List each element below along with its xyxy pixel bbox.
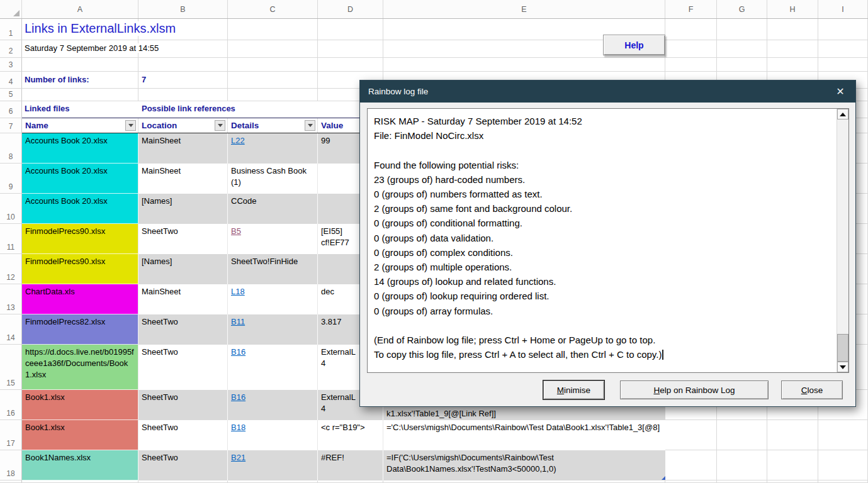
cell[interactable] xyxy=(818,450,868,480)
scroll-up-icon[interactable] xyxy=(837,109,848,119)
select-all-corner[interactable] xyxy=(0,0,22,18)
filter-dropdown-icon[interactable] xyxy=(125,120,136,131)
cell[interactable] xyxy=(228,58,318,72)
cell[interactable] xyxy=(138,89,228,101)
cell[interactable] xyxy=(665,58,717,72)
scroll-down-icon[interactable] xyxy=(837,362,848,372)
details-cell[interactable]: Business Cash Book (1) xyxy=(228,164,318,194)
details-cell[interactable]: B21 xyxy=(228,450,318,480)
location-cell[interactable]: SheetTwo xyxy=(138,450,228,480)
name-cell[interactable]: ChartData.xls xyxy=(22,284,138,314)
row-header[interactable]: 3 xyxy=(0,58,22,72)
cell-hyperlink[interactable]: B21 xyxy=(231,453,245,462)
row-header[interactable]: 4 xyxy=(0,72,22,89)
log-textarea[interactable]: RISK MAP - Saturday 7 September 2019 at … xyxy=(367,108,849,373)
table-header-name[interactable]: Name xyxy=(22,118,138,133)
cell[interactable] xyxy=(228,89,318,101)
minimise-button[interactable]: Minimise xyxy=(543,380,604,399)
help-button[interactable]: Help xyxy=(603,35,665,55)
help-on-rainbow-log-button[interactable]: Help on Rainbow Log xyxy=(620,380,769,399)
location-cell[interactable]: SheetTwo xyxy=(138,314,228,345)
cell[interactable] xyxy=(767,420,818,450)
cell-hyperlink[interactable]: L22 xyxy=(231,136,245,145)
cell-hyperlink[interactable]: B18 xyxy=(231,423,245,432)
dialog-titlebar[interactable]: Rainbow log file ✕ xyxy=(360,80,855,103)
cell[interactable] xyxy=(717,480,767,483)
cell[interactable] xyxy=(138,58,228,72)
cell[interactable] xyxy=(22,58,138,72)
cell[interactable] xyxy=(22,480,138,483)
cell[interactable] xyxy=(383,58,665,72)
cell[interactable] xyxy=(818,480,868,483)
details-cell[interactable]: L18 xyxy=(228,284,318,314)
cell[interactable] xyxy=(138,480,228,483)
filter-dropdown-icon[interactable] xyxy=(305,120,315,131)
row-header[interactable]: 18 xyxy=(0,450,22,480)
cell[interactable] xyxy=(318,58,383,72)
row-header[interactable]: 6 xyxy=(0,101,22,118)
filter-dropdown-icon[interactable] xyxy=(215,120,225,131)
close-button[interactable]: Close xyxy=(781,380,843,399)
details-cell[interactable]: B5 xyxy=(228,224,318,254)
name-cell[interactable]: FinmodelPrecs90.xlsx xyxy=(22,254,138,284)
row-header[interactable]: 7 xyxy=(0,118,22,133)
cell[interactable] xyxy=(228,72,318,89)
table-header-location[interactable]: Location xyxy=(138,118,228,133)
name-cell[interactable]: Accounts Book 20.xlsx xyxy=(22,133,138,164)
name-cell[interactable]: Book1.xlsx xyxy=(22,390,138,420)
row-header[interactable]: 16 xyxy=(0,390,22,420)
table-header-details[interactable]: Details xyxy=(228,118,318,133)
cell[interactable] xyxy=(22,89,138,101)
row-header[interactable]: 12 xyxy=(0,254,22,284)
cell[interactable] xyxy=(767,58,818,72)
cell[interactable] xyxy=(228,40,318,58)
cell-hyperlink[interactable]: B16 xyxy=(231,392,245,402)
cell[interactable] xyxy=(318,19,383,40)
details-cell[interactable]: B18 xyxy=(228,420,318,450)
cell[interactable] xyxy=(318,480,383,483)
row-header[interactable]: 9 xyxy=(0,164,22,194)
row-header[interactable]: 10 xyxy=(0,194,22,224)
row-header[interactable]: 5 xyxy=(0,89,22,101)
scroll-track[interactable] xyxy=(837,119,848,334)
column-header[interactable]: B xyxy=(138,0,228,18)
formula-cell[interactable]: ='C:\Users\migsh\Documents\Rainbow\Test … xyxy=(383,420,665,450)
column-header[interactable]: E xyxy=(383,0,665,18)
cell[interactable] xyxy=(717,19,767,40)
details-cell[interactable]: B16 xyxy=(228,345,318,390)
cell[interactable] xyxy=(665,420,717,450)
location-cell[interactable]: [Names] xyxy=(138,254,228,284)
name-cell[interactable]: Book1.xlsx xyxy=(22,420,138,450)
row-header[interactable]: 14 xyxy=(0,314,22,345)
row-header[interactable]: 8 xyxy=(0,133,22,164)
cell[interactable] xyxy=(228,480,318,483)
name-cell[interactable]: Accounts Book 20.xlsx xyxy=(22,194,138,224)
location-cell[interactable]: MainSheet xyxy=(138,133,228,164)
cell[interactable] xyxy=(228,19,318,40)
cell-hyperlink[interactable]: B16 xyxy=(231,347,245,357)
location-cell[interactable]: [Names] xyxy=(138,194,228,224)
cell[interactable] xyxy=(138,72,228,89)
cell[interactable] xyxy=(383,480,665,483)
row-header[interactable]: 15 xyxy=(0,345,22,390)
location-cell[interactable]: SheetTwo xyxy=(138,224,228,254)
name-cell[interactable]: FinmodelPrecs82.xlsx xyxy=(22,314,138,345)
location-cell[interactable]: MainSheet xyxy=(138,284,228,314)
location-cell[interactable]: MainSheet xyxy=(138,164,228,194)
cell[interactable] xyxy=(767,19,818,40)
row-header[interactable]: 1 xyxy=(0,19,22,40)
column-header[interactable]: D xyxy=(318,0,383,18)
row-header[interactable]: 11 xyxy=(0,224,22,254)
details-cell[interactable]: SheetTwo!FinHide xyxy=(228,254,318,284)
cell[interactable] xyxy=(717,450,767,480)
location-cell[interactable]: SheetTwo xyxy=(138,420,228,450)
details-cell[interactable]: L22 xyxy=(228,133,318,164)
row-header[interactable]: 13 xyxy=(0,284,22,314)
cell-hyperlink[interactable]: B11 xyxy=(231,317,245,326)
cell[interactable] xyxy=(717,420,767,450)
row-header[interactable] xyxy=(0,480,22,483)
cell[interactable] xyxy=(717,58,767,72)
column-header[interactable]: F xyxy=(665,0,717,18)
details-cell[interactable]: CCode xyxy=(228,194,318,224)
column-header[interactable]: C xyxy=(228,0,318,18)
